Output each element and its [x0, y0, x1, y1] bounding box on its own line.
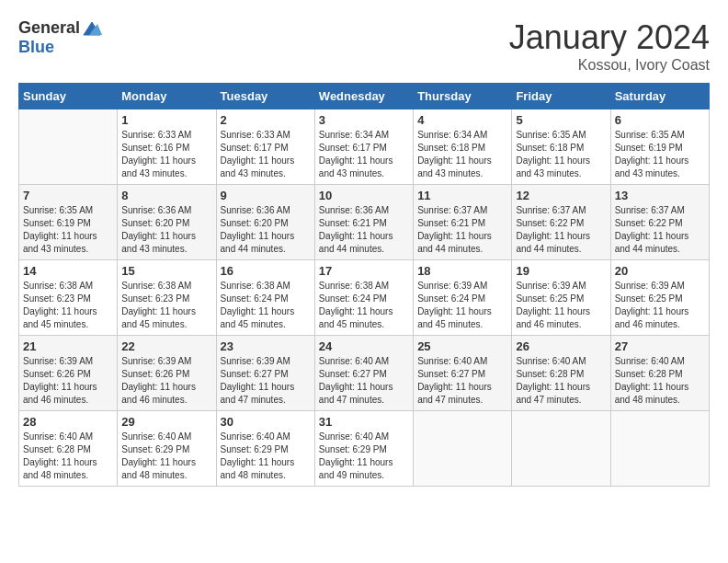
day-info: Sunrise: 6:40 AMSunset: 6:27 PMDaylight:…: [319, 355, 409, 407]
day-info: Sunrise: 6:39 AMSunset: 6:25 PMDaylight:…: [516, 280, 606, 331]
day-number: 16: [221, 264, 311, 278]
day-number: 30: [221, 415, 311, 429]
day-number: 21: [23, 339, 113, 353]
day-number: 11: [417, 189, 507, 202]
table-row: 5Sunrise: 6:35 AMSunset: 6:18 PMDaylight…: [512, 109, 610, 185]
header-tuesday: Tuesday: [216, 84, 314, 109]
day-info: Sunrise: 6:37 AMSunset: 6:21 PMDaylight:…: [417, 204, 507, 256]
table-row: 9Sunrise: 6:36 AMSunset: 6:20 PMDaylight…: [216, 185, 314, 260]
table-row: 27Sunrise: 6:40 AMSunset: 6:28 PMDayligh…: [610, 336, 709, 411]
day-info: Sunrise: 6:33 AMSunset: 6:17 PMDaylight:…: [221, 129, 311, 180]
day-number: 20: [615, 264, 705, 278]
header-wednesday: Wednesday: [314, 84, 413, 109]
table-row: 6Sunrise: 6:35 AMSunset: 6:19 PMDaylight…: [610, 109, 709, 185]
table-row: 21Sunrise: 6:39 AMSunset: 6:26 PMDayligh…: [19, 336, 118, 411]
calendar-table: Sunday Monday Tuesday Wednesday Thursday…: [18, 83, 710, 487]
day-info: Sunrise: 6:40 AMSunset: 6:29 PMDaylight:…: [319, 431, 409, 482]
table-row: 3Sunrise: 6:34 AMSunset: 6:17 PMDaylight…: [314, 109, 413, 185]
day-number: 6: [615, 113, 705, 127]
day-info: Sunrise: 6:37 AMSunset: 6:22 PMDaylight:…: [615, 204, 705, 256]
day-info: Sunrise: 6:40 AMSunset: 6:27 PMDaylight:…: [417, 355, 507, 407]
day-info: Sunrise: 6:40 AMSunset: 6:29 PMDaylight:…: [221, 431, 311, 482]
day-number: 9: [221, 189, 311, 202]
day-number: 2: [221, 113, 311, 127]
day-number: 17: [319, 264, 409, 278]
day-info: Sunrise: 6:39 AMSunset: 6:27 PMDaylight:…: [221, 355, 311, 407]
day-info: Sunrise: 6:35 AMSunset: 6:18 PMDaylight:…: [516, 129, 606, 180]
logo-icon: [82, 20, 102, 37]
day-number: 10: [319, 189, 409, 202]
day-info: Sunrise: 6:35 AMSunset: 6:19 PMDaylight:…: [23, 204, 113, 256]
table-row: 15Sunrise: 6:38 AMSunset: 6:23 PMDayligh…: [118, 260, 216, 336]
day-number: 27: [615, 339, 705, 353]
header-friday: Friday: [512, 84, 610, 109]
location-title: Kossou, Ivory Coast: [509, 57, 710, 74]
table-row: 19Sunrise: 6:39 AMSunset: 6:25 PMDayligh…: [512, 260, 610, 336]
day-number: 18: [417, 264, 507, 278]
month-title: January 2024: [509, 18, 710, 57]
day-number: 15: [121, 264, 211, 278]
table-row: 11Sunrise: 6:37 AMSunset: 6:21 PMDayligh…: [414, 185, 512, 260]
day-info: Sunrise: 6:40 AMSunset: 6:28 PMDaylight:…: [23, 431, 113, 482]
day-number: 25: [417, 339, 507, 353]
day-info: Sunrise: 6:38 AMSunset: 6:23 PMDaylight:…: [121, 280, 211, 331]
table-row: [414, 411, 512, 487]
day-info: Sunrise: 6:39 AMSunset: 6:24 PMDaylight:…: [417, 280, 507, 331]
calendar-week-row: 28Sunrise: 6:40 AMSunset: 6:28 PMDayligh…: [19, 411, 710, 487]
calendar-week-row: 7Sunrise: 6:35 AMSunset: 6:19 PMDaylight…: [19, 185, 710, 260]
table-row: 18Sunrise: 6:39 AMSunset: 6:24 PMDayligh…: [414, 260, 512, 336]
day-info: Sunrise: 6:40 AMSunset: 6:28 PMDaylight:…: [615, 355, 705, 407]
table-row: 8Sunrise: 6:36 AMSunset: 6:20 PMDaylight…: [118, 185, 216, 260]
day-info: Sunrise: 6:34 AMSunset: 6:17 PMDaylight:…: [319, 129, 409, 180]
header-saturday: Saturday: [610, 84, 709, 109]
day-info: Sunrise: 6:37 AMSunset: 6:22 PMDaylight:…: [516, 204, 606, 256]
day-number: 3: [319, 113, 409, 127]
day-info: Sunrise: 6:39 AMSunset: 6:26 PMDaylight:…: [23, 355, 113, 407]
day-number: 14: [23, 264, 113, 278]
table-row: 28Sunrise: 6:40 AMSunset: 6:28 PMDayligh…: [19, 411, 118, 487]
table-row: [512, 411, 610, 487]
table-row: 20Sunrise: 6:39 AMSunset: 6:25 PMDayligh…: [610, 260, 709, 336]
table-row: 1Sunrise: 6:33 AMSunset: 6:16 PMDaylight…: [118, 109, 216, 185]
day-info: Sunrise: 6:34 AMSunset: 6:18 PMDaylight:…: [417, 129, 507, 180]
header-sunday: Sunday: [19, 84, 118, 109]
table-row: 13Sunrise: 6:37 AMSunset: 6:22 PMDayligh…: [610, 185, 709, 260]
day-number: 19: [516, 264, 606, 278]
page-header: General Blue January 2024 Kossou, Ivory …: [18, 18, 710, 74]
day-info: Sunrise: 6:36 AMSunset: 6:20 PMDaylight:…: [221, 204, 311, 256]
day-number: 4: [417, 113, 507, 127]
day-number: 24: [319, 339, 409, 353]
day-info: Sunrise: 6:36 AMSunset: 6:21 PMDaylight:…: [319, 204, 409, 256]
calendar-week-row: 21Sunrise: 6:39 AMSunset: 6:26 PMDayligh…: [19, 336, 710, 411]
table-row: 31Sunrise: 6:40 AMSunset: 6:29 PMDayligh…: [314, 411, 413, 487]
logo-general: General: [18, 18, 80, 38]
table-row: [19, 109, 118, 185]
table-row: 24Sunrise: 6:40 AMSunset: 6:27 PMDayligh…: [314, 336, 413, 411]
day-info: Sunrise: 6:33 AMSunset: 6:16 PMDaylight:…: [121, 129, 211, 180]
header-thursday: Thursday: [414, 84, 512, 109]
day-number: 28: [23, 415, 113, 429]
table-row: 4Sunrise: 6:34 AMSunset: 6:18 PMDaylight…: [414, 109, 512, 185]
table-row: 23Sunrise: 6:39 AMSunset: 6:27 PMDayligh…: [216, 336, 314, 411]
day-number: 31: [319, 415, 409, 429]
table-row: 16Sunrise: 6:38 AMSunset: 6:24 PMDayligh…: [216, 260, 314, 336]
day-info: Sunrise: 6:38 AMSunset: 6:24 PMDaylight:…: [221, 280, 311, 331]
day-info: Sunrise: 6:38 AMSunset: 6:24 PMDaylight:…: [319, 280, 409, 331]
table-row: 14Sunrise: 6:38 AMSunset: 6:23 PMDayligh…: [19, 260, 118, 336]
logo: General Blue: [18, 18, 102, 57]
table-row: 7Sunrise: 6:35 AMSunset: 6:19 PMDaylight…: [19, 185, 118, 260]
table-row: 12Sunrise: 6:37 AMSunset: 6:22 PMDayligh…: [512, 185, 610, 260]
day-info: Sunrise: 6:36 AMSunset: 6:20 PMDaylight:…: [121, 204, 211, 256]
calendar-week-row: 1Sunrise: 6:33 AMSunset: 6:16 PMDaylight…: [19, 109, 710, 185]
header-monday: Monday: [118, 84, 216, 109]
table-row: 10Sunrise: 6:36 AMSunset: 6:21 PMDayligh…: [314, 185, 413, 260]
calendar-week-row: 14Sunrise: 6:38 AMSunset: 6:23 PMDayligh…: [19, 260, 710, 336]
table-row: [610, 411, 709, 487]
table-row: 30Sunrise: 6:40 AMSunset: 6:29 PMDayligh…: [216, 411, 314, 487]
table-row: 26Sunrise: 6:40 AMSunset: 6:28 PMDayligh…: [512, 336, 610, 411]
table-row: 29Sunrise: 6:40 AMSunset: 6:29 PMDayligh…: [118, 411, 216, 487]
day-number: 7: [23, 189, 113, 202]
day-number: 1: [121, 113, 211, 127]
title-block: January 2024 Kossou, Ivory Coast: [509, 18, 710, 74]
weekday-header-row: Sunday Monday Tuesday Wednesday Thursday…: [19, 84, 710, 109]
